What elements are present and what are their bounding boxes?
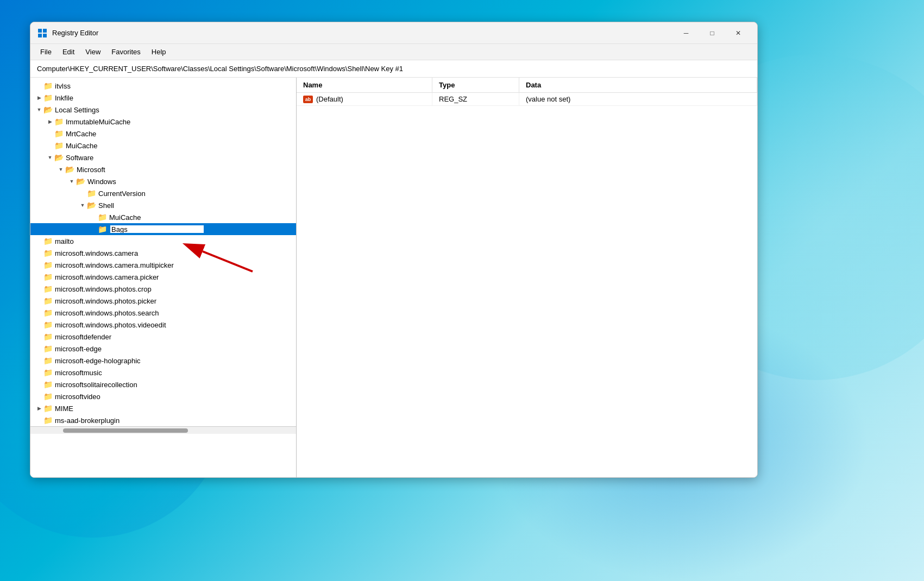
tree-item[interactable]: 📁ms-aad-brokerplugin	[30, 414, 296, 426]
expand-icon[interactable]: ▶	[46, 117, 54, 126]
folder-closed-icon: 📁	[54, 141, 64, 150]
tree-item[interactable]: 📁microsoft.windows.camera.picker	[30, 271, 296, 283]
menu-bar: File Edit View Favorites Help	[30, 44, 757, 60]
main-content: 📁itvlss▶📁Inkfile▼📂Local Settings▶📁Immuta…	[30, 78, 757, 477]
svg-rect-2	[38, 34, 42, 37]
expand-icon[interactable]	[35, 320, 43, 329]
expand-icon[interactable]: ▼	[56, 165, 65, 174]
folder-closed-icon: 📁	[43, 93, 53, 102]
tree-item[interactable]: ▼📂Windows	[30, 175, 296, 187]
tree-item[interactable]: ▼📂Microsoft	[30, 163, 296, 175]
expand-icon[interactable]: ▶	[35, 404, 43, 413]
tree-item[interactable]: 📁microsoft.windows.photos.picker	[30, 295, 296, 307]
folder-closed-icon: 📁	[54, 129, 64, 138]
tree-item[interactable]: 📁microsoft.windows.camera.multipicker	[30, 259, 296, 271]
menu-file[interactable]: File	[35, 46, 57, 58]
maximize-button[interactable]: □	[700, 24, 725, 42]
registry-tree-pane[interactable]: 📁itvlss▶📁Inkfile▼📂Local Settings▶📁Immuta…	[30, 78, 297, 477]
tree-item-label: microsoft.windows.photos.crop	[55, 285, 152, 293]
entry-type: REG_SZ	[432, 93, 519, 105]
tree-item-label: microsoft.windows.photos.videoedit	[55, 321, 166, 329]
tree-item[interactable]: 📁microsoft.windows.camera	[30, 247, 296, 259]
tree-item[interactable]: 📁mailto	[30, 235, 296, 247]
tree-item-label: Inkfile	[55, 94, 73, 102]
menu-view[interactable]: View	[80, 46, 106, 58]
menu-favorites[interactable]: Favorites	[106, 46, 146, 58]
expand-icon[interactable]	[35, 416, 43, 425]
tree-item[interactable]: 📁microsoft-edge-holographic	[30, 355, 296, 367]
tree-item-label: ms-aad-brokerplugin	[55, 416, 120, 425]
horizontal-scrollbar[interactable]	[30, 426, 296, 434]
minimize-button[interactable]: ─	[674, 24, 699, 42]
tree-item-label: ImmutableMuiCache	[66, 118, 130, 126]
tree-item-label: microsoftdefender	[55, 333, 111, 341]
tree-item[interactable]: 📁itvlss	[30, 80, 296, 92]
detail-header: Name Type Data	[297, 78, 757, 93]
expand-icon[interactable]: ▼	[78, 201, 87, 210]
expand-icon[interactable]	[78, 189, 87, 198]
tree-item[interactable]: ▶📁Inkfile	[30, 92, 296, 104]
tree-item[interactable]: 📁	[30, 223, 296, 235]
expand-icon[interactable]	[35, 296, 43, 305]
tree-item[interactable]: ▼📂Software	[30, 151, 296, 163]
tree-item[interactable]: 📁MuiCache	[30, 140, 296, 151]
expand-icon[interactable]	[35, 344, 43, 353]
folder-closed-icon: 📁	[43, 344, 53, 353]
tree-item-label: Software	[66, 154, 93, 162]
tree-item[interactable]: ▶📁ImmutableMuiCache	[30, 116, 296, 128]
expand-icon[interactable]	[35, 308, 43, 317]
expand-icon[interactable]	[35, 332, 43, 341]
tree-item-label: microsoft.windows.photos.search	[55, 309, 159, 317]
svg-rect-1	[43, 29, 47, 33]
close-button[interactable]: ✕	[726, 24, 751, 42]
expand-icon[interactable]	[35, 81, 43, 90]
expand-icon[interactable]	[89, 225, 98, 233]
folder-closed-icon: 📁	[43, 249, 53, 257]
menu-edit[interactable]: Edit	[57, 46, 80, 58]
folder-closed-icon: 📁	[43, 356, 53, 365]
expand-icon[interactable]	[35, 261, 43, 269]
tree-item[interactable]: 📁CurrentVersion	[30, 187, 296, 199]
expand-icon[interactable]	[35, 249, 43, 257]
expand-icon[interactable]: ▼	[46, 153, 54, 162]
expand-icon[interactable]	[46, 141, 54, 150]
tree-item[interactable]: ▶📁MIME	[30, 402, 296, 414]
tree-item[interactable]: 📁microsoftmusic	[30, 367, 296, 378]
address-bar[interactable]: Computer\HKEY_CURRENT_USER\Software\Clas…	[30, 60, 757, 78]
tree-item[interactable]: 📁MuiCache	[30, 211, 296, 223]
expand-icon[interactable]	[35, 392, 43, 401]
tree-item[interactable]: 📁microsoft.windows.photos.crop	[30, 283, 296, 295]
tree-item[interactable]: 📁MrtCache	[30, 128, 296, 140]
tree-item[interactable]: 📁microsoftdefender	[30, 331, 296, 343]
expand-icon[interactable]	[35, 273, 43, 281]
expand-icon[interactable]	[35, 237, 43, 245]
col-name: Name	[297, 78, 432, 92]
folder-closed-icon: 📁	[98, 213, 107, 222]
folder-closed-icon: 📁	[43, 416, 53, 425]
detail-row[interactable]: ab (Default) REG_SZ (value not set)	[297, 93, 757, 106]
expand-icon[interactable]	[35, 380, 43, 389]
expand-icon[interactable]	[89, 213, 98, 222]
tree-item[interactable]: ▼📂Shell	[30, 199, 296, 211]
tree-item[interactable]: 📁microsoft.windows.photos.videoedit	[30, 319, 296, 331]
tree-item[interactable]: ▼📂Local Settings	[30, 104, 296, 116]
expand-icon[interactable]	[35, 285, 43, 293]
expand-icon[interactable]	[46, 129, 54, 138]
tree-item[interactable]: 📁microsoft-edge	[30, 343, 296, 355]
tree-item[interactable]: 📁microsoftvideo	[30, 390, 296, 402]
tree-item-label: Local Settings	[55, 106, 99, 114]
folder-open-icon: 📂	[43, 105, 53, 114]
rename-input[interactable]	[109, 224, 205, 234]
tree-item[interactable]: 📁microsoftsolitairecollection	[30, 378, 296, 390]
tree-item[interactable]: 📁microsoft.windows.photos.search	[30, 307, 296, 319]
folder-closed-icon: 📁	[43, 237, 53, 245]
tree-item-label: microsoftmusic	[55, 369, 102, 377]
expand-icon[interactable]: ▶	[35, 93, 43, 102]
tree-item-label: microsoft.windows.camera.picker	[55, 273, 159, 281]
expand-icon[interactable]: ▼	[67, 177, 76, 186]
expand-icon[interactable]: ▼	[35, 105, 43, 114]
expand-icon[interactable]	[35, 356, 43, 365]
folder-closed-icon: 📁	[43, 332, 53, 341]
expand-icon[interactable]	[35, 368, 43, 377]
menu-help[interactable]: Help	[146, 46, 172, 58]
